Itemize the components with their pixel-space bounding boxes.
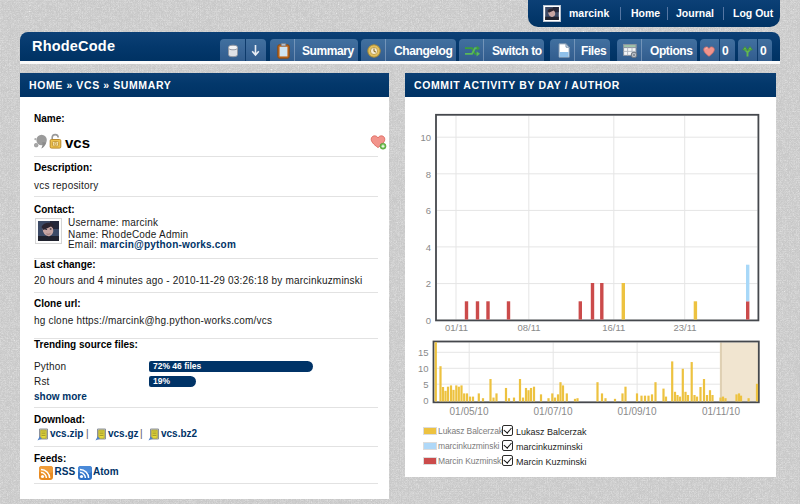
svg-text:6: 6 [426, 205, 431, 216]
svg-text:01/11: 01/11 [445, 322, 468, 333]
svg-text:10: 10 [420, 132, 431, 143]
svg-text:10: 10 [418, 363, 429, 374]
svg-text:23/11: 23/11 [673, 322, 696, 333]
svg-text:0: 0 [426, 315, 431, 326]
svg-text:4: 4 [426, 242, 431, 253]
svg-text:01/09/10: 01/09/10 [618, 406, 657, 417]
svg-text:01/05/10: 01/05/10 [450, 406, 489, 417]
svg-text:8: 8 [426, 169, 431, 180]
svg-text:08/11: 08/11 [517, 322, 540, 333]
svg-text:2: 2 [426, 278, 431, 289]
svg-text:15: 15 [418, 347, 429, 358]
svg-text:01/11/10: 01/11/10 [702, 406, 741, 417]
svg-text:01/07/10: 01/07/10 [534, 406, 573, 417]
svg-text:5: 5 [423, 379, 428, 390]
svg-text:16/11: 16/11 [602, 322, 625, 333]
svg-text:0: 0 [423, 395, 428, 406]
